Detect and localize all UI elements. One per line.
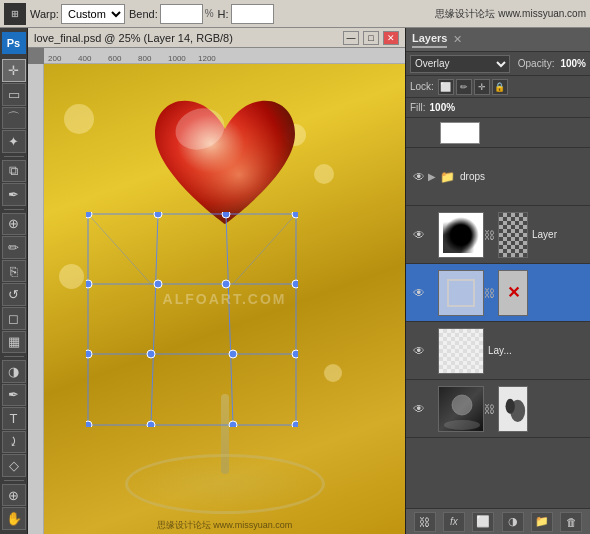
svg-point-20 [154,280,162,288]
h-control: H: 0.0 [218,4,274,24]
layers-panel: Layers ✕ Overlay Opacity: 100% Lock: ⬜ ✏… [405,28,590,534]
lock-all[interactable]: 🔒 [492,79,508,95]
tool-dodge[interactable]: ◑ [2,360,26,383]
h-input[interactable]: 0.0 [235,8,270,20]
tool-magic-wand[interactable]: ✦ [2,130,26,153]
canvas-photo: ALFOART.COM 思缘设计论坛 www.missyuan.com [44,64,405,534]
tool-path-select[interactable]: ⤸ [2,431,26,454]
layer-adjustment-btn[interactable]: ◑ [502,512,524,532]
tick-1000: 1000 [168,54,198,63]
layer-chain-14: ⛓ [484,287,496,299]
tick-1200: 1200 [198,54,228,63]
tool-pen[interactable]: ✒ [2,384,26,407]
tool-gradient[interactable]: ▦ [2,331,26,354]
layer-row-drops[interactable]: 👁 ▶ 📁 drops [406,148,590,206]
tool-move[interactable]: ✛ [2,59,26,82]
tool-eyedropper[interactable]: ✒ [2,183,26,206]
tool-history[interactable]: ↺ [2,283,26,306]
ruler-vertical [28,64,44,534]
lock-transparent[interactable]: ⬜ [438,79,454,95]
lock-position[interactable]: ✛ [474,79,490,95]
layer-mask-x: ✕ [507,283,520,302]
layer-eye-lay[interactable]: 👁 [410,342,428,360]
svg-point-21 [222,280,230,288]
layer-trash-btn[interactable]: 🗑 [560,512,582,532]
lock-icons: ⬜ ✏ ✛ 🔒 [438,79,508,95]
bend-input[interactable]: 0.0 [164,8,199,20]
canvas-content[interactable]: ALFOART.COM 思缘设计论坛 www.missyuan.com [44,64,405,534]
layer-name-lay: Lay... [488,345,586,356]
tool-lasso[interactable]: ⌒ [2,107,26,130]
lock-label: Lock: [410,81,434,92]
tool-separator-2 [4,209,24,210]
svg-point-16 [86,280,92,288]
layer-eye-14[interactable]: 👁 [410,284,428,302]
layers-list: 👁 ▶ 📁 drops 👁 ⛓ Layer 👁 ⛓ [406,148,590,508]
fill-value: 100% [430,102,456,113]
layers-close-btn[interactable]: ✕ [453,33,462,46]
lock-fill-section: Lock: ⬜ ✏ ✛ 🔒 Fill: 100% [406,76,590,118]
tool-eraser[interactable]: ◻ [2,307,26,330]
svg-point-17 [86,350,92,358]
mask-cow-svg [499,386,527,432]
layer-link-btn[interactable]: ⛓ [414,512,436,532]
layer-eye-1[interactable]: 👁 [410,226,428,244]
layers-title-bar: Layers ✕ [406,28,590,52]
bend-control: Bend: 0.0 % [129,4,214,24]
layer-mask-btn[interactable]: ⬜ [472,512,494,532]
bokeh-4 [324,364,342,382]
tool-separator-3 [4,356,24,357]
layers-tab[interactable]: Layers [412,32,447,48]
window-maximize[interactable]: □ [363,31,379,45]
layer-thumb-14 [438,270,484,316]
layer-folder-btn[interactable]: 📁 [531,512,553,532]
svg-point-10 [86,421,92,427]
layer-row-14[interactable]: 👁 ⛓ ✕ [406,264,590,322]
svg-point-23 [229,350,237,358]
warp-mode-select[interactable]: Custom [61,4,125,24]
svg-point-24 [452,395,472,415]
water-splash [125,454,325,514]
svg-point-14 [147,421,155,427]
site-text: 思缘设计论坛 www.missyuan.com [435,7,586,21]
blend-mode-select[interactable]: Overlay [410,55,510,73]
layer-eye-bottom[interactable]: 👁 [410,400,428,418]
main-area: Ps ✛ ▭ ⌒ ✦ ⧉ ✒ ⊕ ✏ ⎘ ↺ ◻ ▦ ◑ ✒ T ⤸ ◇ ⊕ ✋… [0,28,590,534]
tool-heal[interactable]: ⊕ [2,213,26,236]
layer-row-lay[interactable]: 👁 Lay... [406,322,590,380]
photo-heart [145,79,305,249]
tool-shape[interactable]: ◇ [2,454,26,477]
white-swatch-row [406,118,590,148]
lock-image[interactable]: ✏ [456,79,472,95]
svg-point-8 [86,212,92,218]
tool-brush[interactable]: ✏ [2,236,26,259]
bend-label: Bend: [129,8,158,20]
watermark: ALFOART.COM [163,291,287,307]
layer-row-1[interactable]: 👁 ⛓ Layer [406,206,590,264]
tool-hand[interactable]: ✋ [2,507,26,530]
svg-point-15 [229,421,237,427]
tool-type[interactable]: T [2,407,26,430]
layer-chain-bottom: ⛓ [484,403,496,415]
tool-zoom[interactable]: ⊕ [2,484,26,507]
layer-row-bottom[interactable]: 👁 ⛓ [406,380,590,438]
window-minimize[interactable]: — [343,31,359,45]
layer-name-1: Layer [532,229,586,240]
ruler-ticks: 200 400 600 800 1000 1200 [44,48,405,63]
layer-eye-drops[interactable]: 👁 [410,168,428,186]
tick-600: 600 [108,54,138,63]
layer-fx-btn[interactable]: fx [443,512,465,532]
tools-panel: Ps ✛ ▭ ⌒ ✦ ⧉ ✒ ⊕ ✏ ⎘ ↺ ◻ ▦ ◑ ✒ T ⤸ ◇ ⊕ ✋ [0,28,28,534]
tool-crop[interactable]: ⧉ [2,160,26,183]
ruler-horizontal: 200 400 600 800 1000 1200 [44,48,405,64]
tool-select-rect[interactable]: ▭ [2,83,26,106]
tool-clone[interactable]: ⎘ [2,260,26,283]
svg-point-22 [147,350,155,358]
white-swatch [440,122,480,144]
tool-separator-1 [4,156,24,157]
tick-400: 400 [78,54,108,63]
layer-arrow-drops[interactable]: ▶ [428,171,440,182]
warp-control: Warp: Custom [30,4,125,24]
layer-chain-1: ⛓ [484,229,496,241]
window-close[interactable]: ✕ [383,31,399,45]
